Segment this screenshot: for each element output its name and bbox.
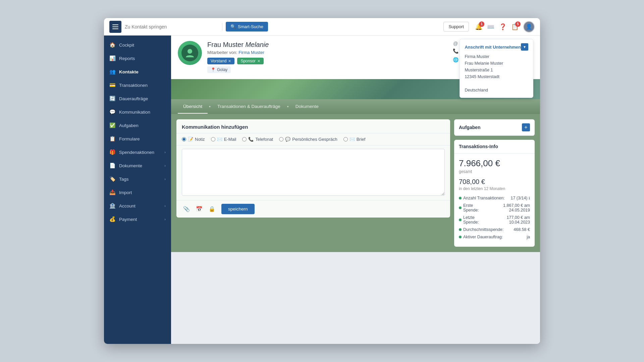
location-pin-icon: 📍 — [211, 67, 216, 72]
tag-sponsor-close[interactable]: ✕ — [257, 59, 260, 63]
sidebar-item-spendenaktionen-label: Spendenaktionen — [119, 150, 154, 155]
chevron-icon-2: › — [164, 164, 166, 168]
sidebar-item-formulare[interactable]: 📋 Formulare — [104, 132, 171, 145]
save-button[interactable]: speichern — [221, 204, 255, 214]
question-icon: ❓ — [499, 23, 506, 31]
notification-badge: 1 — [479, 21, 484, 27]
main-layout: 🏠 Cockpit 📊 Reports 👥 Kontakte 💳 Transak… — [104, 36, 540, 344]
dot-green-4 — [459, 228, 462, 231]
search-icon: 🔍 — [230, 24, 236, 29]
account-icon: 🏦 — [109, 203, 116, 209]
tag-vorstand-close[interactable]: ✕ — [228, 59, 231, 63]
dot-green-2 — [459, 206, 462, 209]
sidebar-item-transaktionen-label: Transaktionen — [119, 83, 148, 88]
calendar-button[interactable]: 📅 — [195, 204, 204, 214]
contact-company: Mitarbeiter von: Firma Muster — [207, 50, 447, 55]
sidebar-item-import[interactable]: 📥 Import — [104, 186, 171, 199]
import-icon: 📥 — [109, 189, 116, 195]
notiz-icon: 📝 — [188, 137, 193, 142]
radio-persoenlich-input[interactable] — [279, 137, 283, 141]
trans-row-count: Anzahl Transaktionen: 17 (3/14) ℹ — [459, 196, 530, 200]
cockpit-icon: 🏠 — [109, 42, 116, 48]
sidebar-item-reports[interactable]: 📊 Reports — [104, 52, 171, 65]
trans-row-dauerauftrag: Aktiver Dauerauftrag: ja — [459, 235, 530, 239]
sidebar-item-account[interactable]: 🏦 Account › — [104, 199, 171, 213]
user-avatar[interactable]: 👤 — [523, 21, 535, 33]
aufgaben-panel-header: Aufgaben + — [454, 119, 535, 136]
payment-icon: 💰 — [109, 216, 116, 222]
radio-notiz[interactable]: 📝 Notiz — [182, 137, 205, 142]
chevron-icon: › — [164, 150, 166, 154]
keyboard-button[interactable]: ⌨️ — [487, 23, 494, 31]
calendar-icon: 📅 — [196, 206, 203, 212]
help-button[interactable]: ❓ — [499, 23, 506, 31]
sidebar-item-payment[interactable]: 💰 Payment › — [104, 213, 171, 226]
right-panels: Aufgaben + Transaktions-Info 7.966,00 € … — [454, 119, 535, 247]
sidebar-item-dauerauftraege[interactable]: 🔄 Daueraufträge — [104, 92, 171, 105]
address-panel: Anschrift mit Unternehmen ▾ Firma Muster… — [460, 39, 533, 98]
sidebar-item-kontakte[interactable]: 👥 Kontakte — [104, 65, 171, 78]
tab-transaktionen[interactable]: Transaktionen & Daueraufträge — [212, 100, 286, 114]
top-icon-group: 🔔 1 ⌨️ ❓ 📋 5 👤 — [475, 21, 535, 33]
dauerauftraege-icon: 🔄 — [109, 96, 116, 102]
sidebar-item-spendenaktionen[interactable]: 🎁 Spendenaktionen › — [104, 145, 171, 159]
phone-radio-icon: 📞 — [248, 137, 254, 142]
email-radio-icon: ✉️ — [217, 137, 222, 142]
radio-telefonat-input[interactable] — [242, 137, 247, 141]
hamburger-button[interactable] — [109, 21, 121, 33]
sidebar-item-aufgaben[interactable]: ✅ Aufgaben — [104, 119, 171, 132]
email-icon: @ — [453, 41, 458, 46]
sidebar-item-kommunikation[interactable]: 💬 Kommunikation — [104, 105, 171, 119]
location-tag: 📍 Golay — [207, 66, 231, 73]
radio-persoenlich[interactable]: 💬 Persönliches Gespräch — [279, 137, 337, 142]
sidebar-item-payment-label: Payment — [119, 217, 137, 222]
recent-amount: 708,00 € — [459, 178, 530, 186]
kommunikation-icon: 💬 — [109, 109, 116, 115]
dot-green-5 — [459, 236, 462, 238]
globe-icon: 🌐 — [453, 57, 458, 62]
tasks-button[interactable]: 📋 5 — [511, 23, 519, 31]
sidebar-item-kommunikation-label: Kommunikation — [119, 110, 150, 115]
radio-email-input[interactable] — [211, 137, 215, 141]
company-link[interactable]: Firma Muster — [238, 50, 264, 55]
radio-telefonat[interactable]: 📞 Telefonat — [242, 137, 273, 142]
contact-search-input[interactable] — [125, 24, 219, 29]
keyboard-icon: ⌨️ — [487, 23, 494, 31]
location-tag-row: 📍 Golay — [207, 66, 447, 73]
communication-textarea[interactable] — [182, 149, 445, 196]
paperclip-icon: 📎 — [183, 206, 190, 212]
sidebar-item-formulare-label: Formulare — [119, 136, 140, 141]
sidebar-item-transaktionen[interactable]: 💳 Transaktionen — [104, 78, 171, 92]
contact-tags-row: Vorstand ✕ Sponsor ✕ — [207, 58, 447, 64]
sidebar-item-import-label: Import — [119, 190, 132, 195]
sidebar-item-reports-label: Reports — [119, 56, 135, 61]
recent-amount-label: in den letzten 12 Monaten — [459, 186, 530, 191]
smart-search-button[interactable]: 🔍 Smart-Suche — [226, 22, 268, 32]
aufgaben-title: Aufgaben — [459, 125, 481, 130]
sidebar-item-cockpit[interactable]: 🏠 Cockpit — [104, 38, 171, 52]
chevron-icon-4: › — [164, 204, 166, 208]
notifications-button[interactable]: 🔔 1 — [475, 23, 482, 31]
aufgaben-add-button[interactable]: + — [522, 123, 530, 131]
aufgaben-icon: ✅ — [109, 122, 116, 128]
attach-button[interactable]: 📎 — [182, 204, 191, 214]
content-panels: Kommunikation hinzufügen 📝 Notiz ✉️ E-Ma… — [171, 114, 540, 252]
sidebar-item-kontakte-label: Kontakte — [119, 69, 139, 74]
tag-sponsor: Sponsor ✕ — [237, 58, 264, 64]
radio-notiz-input[interactable] — [182, 137, 186, 141]
radio-brief[interactable]: ✉️ Brief — [343, 137, 366, 142]
tab-dokumente[interactable]: Dokumente — [290, 100, 324, 114]
sidebar-item-tags[interactable]: 🏷️ Tags › — [104, 172, 171, 186]
contact-search-wrap — [125, 24, 219, 29]
lock-button[interactable]: 🔒 — [207, 204, 217, 214]
radio-email[interactable]: ✉️ E-Mail — [211, 137, 236, 142]
transaktionen-icon: 💳 — [109, 82, 116, 88]
sidebar-item-dokumente[interactable]: 📄 Dokumente › — [104, 159, 171, 172]
transaktions-info-panel: Transaktions-Info 7.966,00 € gesamt 708,… — [454, 140, 535, 247]
radio-brief-input[interactable] — [343, 137, 348, 141]
address-dropdown-button[interactable]: ▾ — [521, 43, 528, 51]
tab-uebersicht[interactable]: Übersicht — [178, 100, 208, 114]
support-button[interactable]: Support — [443, 22, 469, 32]
formulare-icon: 📋 — [109, 136, 116, 142]
dot-green-3 — [459, 219, 462, 221]
